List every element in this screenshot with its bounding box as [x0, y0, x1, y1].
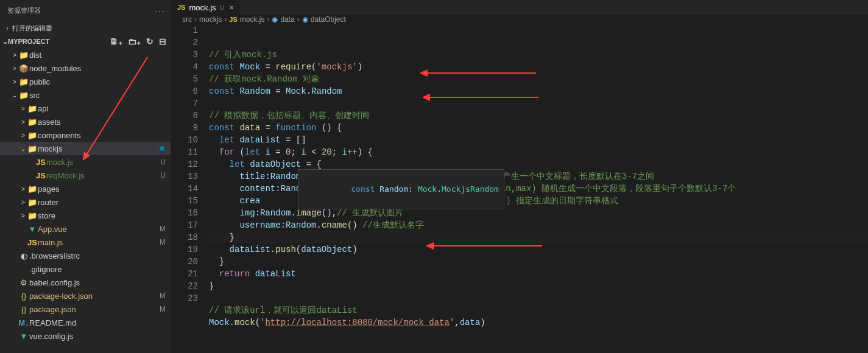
tree-item[interactable]: >📦node_modules — [0, 61, 171, 75]
code-line[interactable]: } — [209, 256, 868, 268]
status-dot — [160, 146, 164, 151]
tree-item-label: package.json — [29, 305, 160, 314]
open-editors-label: 打开的编辑器 — [12, 24, 52, 33]
tree-item[interactable]: >📁dist — [0, 48, 171, 61]
code-line[interactable]: Mock.mock('http://localhost:8080/mock/mo… — [209, 316, 868, 329]
tree-item-label: .browserslistrc — [29, 251, 171, 260]
tab-status: U — [220, 4, 225, 11]
tree-item[interactable]: JSmain.jsM — [0, 236, 171, 249]
more-icon[interactable]: ··· — [155, 6, 166, 16]
file-icon: 📁 — [27, 131, 38, 140]
code-line[interactable]: for (let i = 0; i < 20; i++) { — [209, 146, 868, 158]
git-status-badge: M — [160, 305, 166, 313]
file-tree: >📁dist>📦node_modules>📁public⌄📁src>📁api>📁… — [0, 48, 171, 353]
tree-item[interactable]: {}package-lock.jsonM — [0, 289, 171, 302]
tree-item-label: assets — [38, 117, 171, 127]
code-line[interactable] — [209, 292, 868, 304]
project-section[interactable]: ⌄ MYPROJECT 🗎₊ 🗀₊ ↻ ⊟ — [0, 35, 171, 48]
collapse-icon[interactable]: ⊟ — [159, 37, 166, 46]
line-gutter: 1234567891011121314151617181920212223 — [171, 24, 209, 353]
tree-item[interactable]: ◐.browserslistrc — [0, 249, 171, 262]
file-icon: {} — [18, 305, 29, 314]
tree-item-label: mock.js — [46, 158, 160, 167]
breadcrumb[interactable]: src› mockjs› JS mock.js› ◉ data› ◉ dataO… — [171, 15, 868, 24]
file-icon: 📁 — [27, 117, 38, 127]
chevron-icon: > — [19, 132, 27, 139]
tree-item-label: .gitignore — [29, 265, 171, 274]
project-name: MYPROJECT — [8, 38, 49, 45]
tree-item[interactable]: JSreqMock.jsU — [0, 169, 171, 182]
tree-item-label: main.js — [38, 238, 160, 247]
code-area[interactable]: // 引入mock.jsconst Mock = require('mockjs… — [209, 24, 868, 353]
code-line[interactable]: } — [209, 231, 868, 243]
git-status-badge: U — [160, 171, 166, 180]
tree-item[interactable]: >📁public — [0, 75, 171, 88]
tree-item[interactable]: >📁api — [0, 102, 171, 115]
chevron-icon: > — [11, 79, 18, 85]
code-line[interactable]: // 获取mock.Random 对象 — [209, 73, 868, 85]
code-line[interactable]: } — [209, 280, 868, 292]
tree-item[interactable]: JSmock.jsU — [0, 155, 171, 169]
tree-item[interactable]: >📁pages — [0, 182, 171, 195]
tree-item-label: dist — [29, 51, 171, 60]
code-line[interactable]: // 引入mock.js — [209, 49, 868, 61]
code-line[interactable]: username:Random.cname() //生成默认名字 — [209, 219, 868, 231]
code-line[interactable]: // 请求该url，就可以返回dataList — [209, 304, 868, 316]
open-editors-section[interactable]: › 打开的编辑器 — [0, 21, 171, 35]
refresh-icon[interactable]: ↻ — [146, 37, 153, 46]
code-line[interactable]: let dataList = [] — [209, 134, 868, 146]
code-line[interactable]: dataList.push(dataObject) — [209, 243, 868, 256]
file-icon: 📁 — [27, 198, 38, 207]
code-line[interactable]: const Mock = require('mockjs') — [209, 61, 868, 73]
tree-item-label: src — [29, 91, 171, 100]
tree-item[interactable]: {}package.jsonM — [0, 302, 171, 316]
new-folder-icon[interactable]: 🗀₊ — [128, 37, 141, 46]
hover-tooltip: const Random: Mock.MockjsRandom — [298, 169, 504, 209]
tree-item[interactable]: ▼App.vueM — [0, 222, 171, 236]
chevron-down-icon: ⌄ — [2, 38, 8, 46]
breadcrumb-segment[interactable]: mockjs — [199, 15, 222, 24]
code-line[interactable]: const Random = Mock.Random — [209, 85, 868, 97]
tree-item-label: mockjs — [38, 144, 160, 153]
tree-item-label: App.vue — [38, 225, 160, 234]
close-icon[interactable]: × — [229, 3, 234, 12]
new-file-icon[interactable]: 🗎₊ — [110, 37, 122, 46]
tree-item[interactable]: .gitignore — [0, 262, 171, 276]
tree-item[interactable]: ⚙babel.config.js — [0, 276, 171, 289]
code-line[interactable] — [209, 97, 868, 110]
symbol-icon: ◉ — [302, 15, 308, 24]
chevron-icon: > — [11, 65, 18, 72]
file-icon: {} — [18, 292, 29, 301]
tree-item[interactable]: >📁router — [0, 195, 171, 209]
tree-item[interactable]: ▼vue.config.js — [0, 329, 171, 343]
js-icon: JS — [177, 4, 185, 11]
tree-item[interactable]: M↓README.md — [0, 316, 171, 329]
code-line[interactable]: let dataObject = { — [209, 158, 868, 170]
chevron-icon: ⌄ — [19, 145, 27, 152]
breadcrumb-segment[interactable]: mock.js — [240, 15, 265, 24]
explorer-title: 资源管理器 — [7, 6, 41, 15]
tab-mockjs[interactable]: JS mock.js U × — [171, 0, 241, 15]
code-line[interactable]: return dataList — [209, 268, 868, 280]
tree-item[interactable]: >📁store — [0, 209, 171, 222]
file-icon: ▼ — [18, 332, 29, 341]
file-icon: 📁 — [27, 144, 38, 153]
file-icon: 📁 — [27, 211, 38, 220]
breadcrumb-segment[interactable]: data — [280, 15, 294, 24]
tree-item-label: package-lock.json — [29, 292, 160, 301]
tree-item-label: vue.config.js — [29, 332, 171, 341]
file-icon: M↓ — [18, 318, 29, 327]
tab-bar: JS mock.js U × — [171, 0, 868, 15]
tree-item[interactable]: >📁components — [0, 128, 171, 142]
code-line[interactable]: // 模拟数据，包括标题、内容、创建时间 — [209, 110, 868, 122]
breadcrumb-segment[interactable]: src — [182, 15, 192, 24]
editor-main: JS mock.js U × src› mockjs› JS mock.js› … — [171, 0, 868, 353]
tree-item[interactable]: >📁assets — [0, 115, 171, 128]
tree-item[interactable]: ⌄📁mockjs — [0, 142, 171, 155]
tree-item[interactable]: ⌄📁src — [0, 88, 171, 102]
js-icon: JS — [229, 16, 237, 23]
code-line[interactable]: const data = function () { — [209, 122, 868, 134]
code-editor[interactable]: 1234567891011121314151617181920212223 //… — [171, 24, 868, 353]
file-icon: 📦 — [18, 64, 29, 73]
breadcrumb-segment[interactable]: dataObject — [311, 15, 346, 24]
